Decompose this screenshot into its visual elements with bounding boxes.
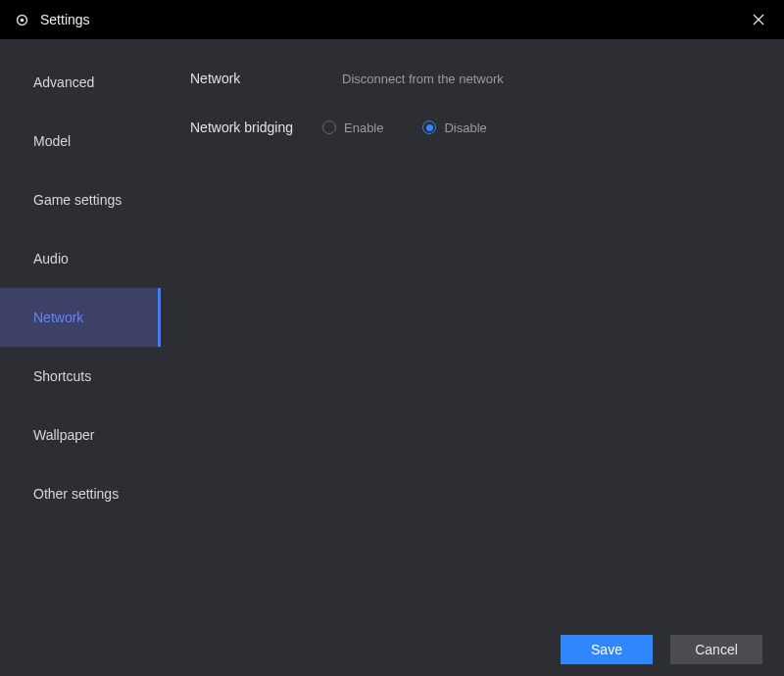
window-title: Settings (40, 12, 90, 27)
sidebar-item-other-settings[interactable]: Other settings (0, 464, 161, 523)
sidebar-item-wallpaper[interactable]: Wallpaper (0, 406, 161, 464)
footer-buttons: Save Cancel (561, 635, 762, 664)
network-bridging-row: Network bridging Enable Disable (190, 120, 755, 135)
svg-point-1 (21, 18, 24, 22)
network-bridging-label: Network bridging (190, 120, 322, 135)
radio-on-icon (422, 121, 436, 134)
bridging-enable-radio[interactable]: Enable (322, 121, 383, 135)
sidebar-item-model[interactable]: Model (0, 112, 161, 170)
bridging-enable-label: Enable (344, 121, 383, 135)
bridging-disable-label: Disable (444, 121, 486, 135)
close-button[interactable] (747, 8, 770, 31)
sidebar-item-audio[interactable]: Audio (0, 229, 161, 288)
title-bar: Settings (0, 0, 784, 39)
network-label: Network (190, 71, 322, 86)
sidebar-item-network[interactable]: Network (0, 288, 161, 347)
bridging-radio-group: Enable Disable (322, 121, 487, 135)
settings-gear-icon (14, 12, 30, 28)
network-status-value[interactable]: Disconnect from the network (342, 72, 504, 86)
sidebar-item-game-settings[interactable]: Game settings (0, 170, 161, 229)
sidebar-item-shortcuts[interactable]: Shortcuts (0, 347, 161, 406)
close-icon (753, 14, 764, 25)
network-status-row: Network Disconnect from the network (190, 71, 755, 86)
sidebar: Advanced Model Game settings Audio Netwo… (0, 39, 161, 676)
cancel-button[interactable]: Cancel (670, 635, 762, 664)
sidebar-item-advanced[interactable]: Advanced (0, 53, 161, 112)
bridging-disable-radio[interactable]: Disable (422, 121, 486, 135)
content-pane: Network Disconnect from the network Netw… (161, 39, 784, 676)
save-button[interactable]: Save (561, 635, 653, 664)
radio-off-icon (322, 121, 336, 134)
